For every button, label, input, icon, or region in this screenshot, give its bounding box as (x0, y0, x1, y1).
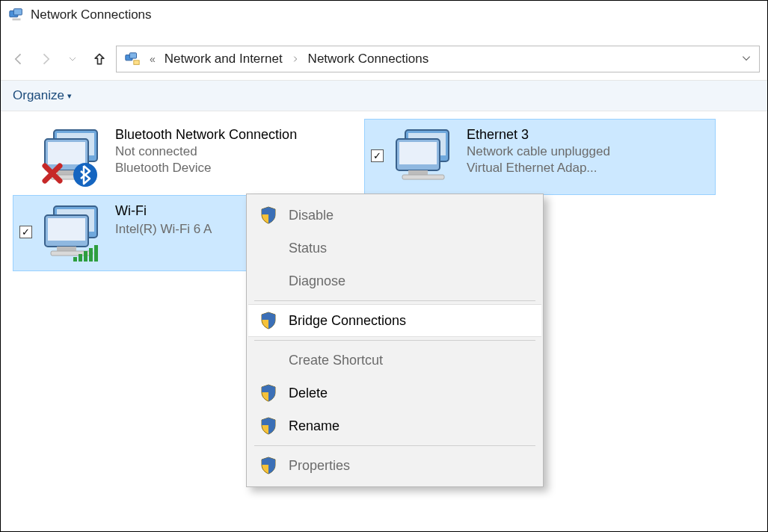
context-menu-label: Rename (289, 418, 340, 434)
organize-label: Organize (13, 88, 64, 103)
connection-text: Ethernet 3 Network cable unplugged Virtu… (467, 126, 709, 176)
context-menu-item[interactable]: Diagnose (248, 265, 541, 297)
svg-rect-1 (13, 9, 22, 15)
connection-text: Bluetooth Network Connection Not connect… (115, 126, 357, 176)
organize-menu[interactable]: Organize ▾ (13, 88, 72, 103)
address-dropdown[interactable] (741, 53, 752, 66)
svg-rect-5 (134, 61, 139, 65)
context-menu-item[interactable]: Disable (248, 199, 541, 232)
shield-icon (259, 384, 278, 402)
context-menu-item[interactable]: Properties (248, 449, 541, 482)
connection-status: Not connected (115, 144, 357, 159)
breadcrumb-icon (124, 51, 141, 67)
shield-icon (259, 417, 278, 435)
context-menu-item[interactable]: Rename (248, 409, 541, 442)
connection-icon (392, 126, 461, 190)
titlebar: Network Connections (1, 1, 767, 25)
nav-row: « Network and Internet Network Connectio… (1, 25, 767, 80)
breadcrumb-prefix: « (148, 53, 157, 65)
connection-status: Network cable unplugged (467, 144, 709, 159)
context-menu-label: Diagnose (289, 273, 345, 289)
context-menu-label: Create Shortcut (289, 353, 383, 368)
recent-locations-button[interactable] (62, 49, 83, 69)
context-menu-label: Bridge Connections (289, 313, 406, 329)
svg-rect-2 (13, 19, 21, 21)
svg-rect-11 (94, 245, 98, 262)
context-menu-label: Properties (289, 458, 350, 474)
shield-icon (259, 206, 278, 224)
svg-rect-7 (73, 257, 77, 262)
connection-device: Bluetooth Device (115, 161, 357, 176)
svg-rect-4 (129, 53, 136, 58)
chevron-down-icon: ▾ (67, 91, 72, 101)
connection-name: Ethernet 3 (467, 127, 709, 143)
context-menu-item[interactable]: Create Shortcut (248, 344, 541, 377)
context-menu-item[interactable]: Status (248, 232, 541, 265)
svg-rect-8 (79, 254, 82, 262)
context-menu-separator (254, 340, 535, 341)
address-bar[interactable]: « Network and Internet Network Connectio… (116, 46, 760, 72)
breadcrumb-parent[interactable]: Network and Internet (165, 52, 283, 66)
connection-checkbox[interactable]: ✓ (371, 149, 384, 162)
context-menu-item[interactable]: Delete (248, 377, 541, 409)
connection-icon (40, 126, 109, 190)
context-menu-label: Delete (289, 386, 328, 401)
connection-item[interactable]: ✓ Ethernet 3 Network cable unplugged Vir… (364, 119, 716, 195)
toolbar: Organize ▾ (1, 80, 767, 111)
connection-item[interactable]: Bluetooth Network Connection Not connect… (13, 119, 364, 195)
context-menu-separator (254, 445, 535, 446)
connection-icon (40, 202, 109, 266)
breadcrumb-separator (290, 53, 301, 65)
svg-rect-10 (89, 248, 93, 262)
shield-icon (259, 457, 278, 474)
context-menu-item[interactable]: Bridge Connections (248, 304, 541, 337)
forward-button[interactable] (35, 49, 56, 69)
svg-rect-9 (84, 251, 87, 262)
context-menu-label: Disable (289, 208, 334, 223)
context-menu: Disable Status Diagnose Bridge Connectio… (246, 194, 544, 487)
network-connections-icon (8, 7, 25, 23)
breadcrumb-current[interactable]: Network Connections (308, 52, 429, 66)
window-title: Network Connections (31, 7, 152, 22)
connection-device: Virtual Ethernet Adap... (467, 161, 709, 176)
context-menu-label: Status (289, 241, 327, 256)
back-button[interactable] (8, 49, 29, 69)
shield-icon (259, 312, 278, 330)
connection-checkbox[interactable]: ✓ (19, 226, 32, 238)
context-menu-separator (254, 300, 535, 301)
connection-name: Bluetooth Network Connection (115, 127, 357, 143)
up-button[interactable] (89, 49, 110, 69)
